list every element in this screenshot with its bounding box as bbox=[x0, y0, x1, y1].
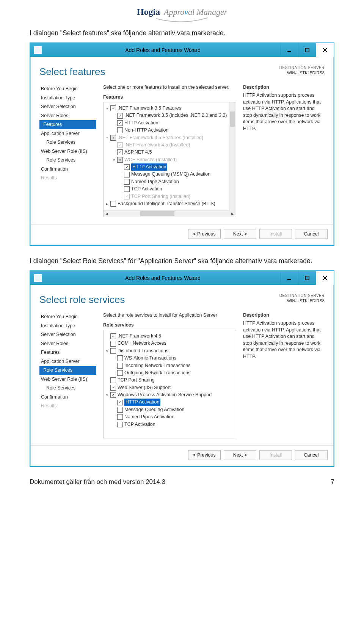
cancel-button[interactable]: Cancel bbox=[295, 450, 328, 460]
wizard-step[interactable]: Role Services bbox=[39, 366, 96, 375]
checkbox[interactable] bbox=[110, 385, 116, 391]
minimize-button[interactable] bbox=[280, 43, 298, 57]
tree-node[interactable]: ▸Background Intelligent Transfer Service… bbox=[105, 200, 234, 207]
tree-node[interactable]: Message Queuing (MSMQ) Activation bbox=[105, 171, 234, 178]
checkbox[interactable] bbox=[110, 377, 116, 383]
tree-node[interactable]: ▿.NET Framework 4.5 Features (Installed) bbox=[105, 134, 234, 141]
wizard-step[interactable]: Installation Type bbox=[39, 322, 96, 331]
wizard-step[interactable]: Features bbox=[39, 348, 96, 357]
previous-button[interactable]: < Previous bbox=[188, 450, 221, 460]
maximize-button[interactable] bbox=[298, 43, 316, 57]
titlebar[interactable]: Add Roles and Features Wizard bbox=[30, 43, 334, 57]
tree-node[interactable]: HTTP Activation bbox=[105, 399, 234, 406]
wizard-step[interactable]: Web Server Role (IIS) bbox=[39, 147, 96, 156]
checkbox[interactable] bbox=[110, 348, 116, 354]
scroll-right-icon[interactable]: ▶ bbox=[229, 212, 236, 216]
checkbox[interactable] bbox=[117, 422, 123, 427]
checkbox[interactable] bbox=[117, 142, 123, 148]
install-button[interactable]: Install bbox=[259, 229, 292, 239]
checkbox[interactable] bbox=[117, 370, 123, 376]
wizard-step[interactable]: Role Services bbox=[39, 138, 96, 147]
next-button[interactable]: Next > bbox=[224, 229, 256, 239]
checkbox[interactable] bbox=[110, 333, 116, 339]
wizard-step[interactable]: Features bbox=[39, 120, 96, 129]
tree-node[interactable]: ▿Distributed Transactions bbox=[105, 347, 234, 355]
tree-node[interactable]: WS-Atomic Transactions bbox=[105, 355, 234, 362]
tree-node[interactable]: Message Queuing Activation bbox=[105, 406, 234, 413]
wizard-step[interactable]: Installation Type bbox=[39, 94, 96, 103]
tree-node[interactable]: Non-HTTP Activation bbox=[105, 127, 234, 134]
features-tree[interactable]: ▿.NET Framework 3.5 Features.NET Framewo… bbox=[103, 102, 236, 217]
wizard-step[interactable]: Before You Begin bbox=[39, 312, 96, 322]
wizard-step[interactable]: Application Server bbox=[39, 129, 96, 138]
tree-node[interactable]: Named Pipe Activation bbox=[105, 178, 234, 185]
next-button[interactable]: Next > bbox=[224, 450, 256, 460]
scroll-left-icon[interactable]: ◀ bbox=[104, 212, 110, 216]
wizard-step[interactable]: Before You Begin bbox=[39, 85, 96, 94]
wizard-step[interactable]: Web Server Role (IIS) bbox=[39, 375, 96, 384]
checkbox[interactable] bbox=[117, 157, 123, 163]
checkbox[interactable] bbox=[117, 149, 123, 155]
tree-node[interactable]: TCP Port Sharing bbox=[105, 377, 234, 384]
expand-icon[interactable]: ▸ bbox=[105, 201, 109, 207]
checkbox[interactable] bbox=[117, 407, 123, 413]
tree-node[interactable]: .NET Framework 3.5 (includes .NET 2.0 an… bbox=[105, 112, 234, 119]
checkbox[interactable] bbox=[110, 135, 116, 141]
checkbox[interactable] bbox=[117, 127, 123, 133]
checkbox[interactable] bbox=[117, 363, 123, 369]
wizard-step[interactable]: Confirmation bbox=[39, 165, 96, 174]
install-button[interactable]: Install bbox=[259, 450, 292, 460]
cancel-button[interactable]: Cancel bbox=[295, 229, 328, 239]
tree-node[interactable]: TCP Activation bbox=[105, 421, 234, 428]
checkbox[interactable] bbox=[124, 164, 130, 170]
maximize-button[interactable] bbox=[298, 271, 316, 285]
checkbox[interactable] bbox=[110, 105, 116, 111]
checkbox[interactable] bbox=[110, 201, 116, 207]
tree-node[interactable]: TCP Activation bbox=[105, 185, 234, 193]
close-button[interactable] bbox=[316, 43, 334, 57]
tree-node[interactable]: ▿Windows Process Activation Service Supp… bbox=[105, 391, 234, 399]
checkbox[interactable] bbox=[117, 400, 123, 405]
titlebar[interactable]: Add Roles and Features Wizard bbox=[30, 271, 334, 285]
tree-node[interactable]: HTTP Activation bbox=[105, 163, 234, 171]
scroll-up-icon[interactable]: ▲ bbox=[229, 102, 236, 109]
wizard-step[interactable]: Role Services bbox=[39, 156, 96, 165]
scrollbar-thumb[interactable] bbox=[230, 111, 235, 127]
tree-node[interactable]: COM+ Network Access bbox=[105, 340, 234, 347]
tree-node[interactable]: HTTP Activation bbox=[105, 119, 234, 127]
horizontal-scrollbar[interactable]: ◀ ▶ bbox=[104, 210, 236, 217]
tree-node[interactable]: .NET Framework 4.5 bbox=[105, 333, 234, 340]
checkbox[interactable] bbox=[124, 194, 130, 199]
tree-node[interactable]: ▿WCF Services (Installed) bbox=[105, 156, 234, 163]
expand-icon[interactable]: ▿ bbox=[105, 105, 109, 111]
wizard-step[interactable]: Application Server bbox=[39, 357, 96, 366]
minimize-button[interactable] bbox=[280, 271, 298, 285]
h-scroll-thumb[interactable] bbox=[140, 211, 174, 216]
tree-node[interactable]: TCP Port Sharing (Installed) bbox=[105, 193, 234, 200]
checkbox[interactable] bbox=[110, 392, 116, 398]
wizard-step[interactable]: Server Selection bbox=[39, 330, 96, 339]
expand-icon[interactable]: ▿ bbox=[105, 348, 109, 354]
expand-icon[interactable]: ▿ bbox=[112, 157, 116, 163]
checkbox[interactable] bbox=[124, 186, 130, 192]
tree-node[interactable]: Incoming Network Transactions bbox=[105, 362, 234, 369]
checkbox[interactable] bbox=[117, 355, 123, 361]
checkbox[interactable] bbox=[117, 414, 123, 420]
wizard-step[interactable]: Server Roles bbox=[39, 339, 96, 349]
checkbox[interactable] bbox=[124, 172, 130, 177]
role-services-tree[interactable]: .NET Framework 4.5COM+ Network Access▿Di… bbox=[103, 330, 236, 438]
checkbox[interactable] bbox=[124, 179, 130, 185]
expand-icon[interactable]: ▿ bbox=[105, 135, 109, 141]
tree-node[interactable]: ASP.NET 4.5 bbox=[105, 149, 234, 156]
wizard-step[interactable]: Server Roles bbox=[39, 111, 96, 121]
wizard-step[interactable]: Confirmation bbox=[39, 393, 96, 402]
tree-node[interactable]: ▿.NET Framework 3.5 Features bbox=[105, 105, 234, 112]
tree-node[interactable]: Web Server (IIS) Support bbox=[105, 384, 234, 391]
tree-node[interactable]: Outgoing Network Transactions bbox=[105, 369, 234, 377]
checkbox[interactable] bbox=[117, 113, 123, 119]
checkbox[interactable] bbox=[117, 120, 123, 126]
expand-icon[interactable]: ▿ bbox=[105, 392, 109, 398]
tree-node[interactable]: .NET Framework 4.5 (Installed) bbox=[105, 141, 234, 149]
tree-node[interactable]: Named Pipes Activation bbox=[105, 413, 234, 421]
scroll-down-icon[interactable]: ▼ bbox=[229, 204, 236, 210]
